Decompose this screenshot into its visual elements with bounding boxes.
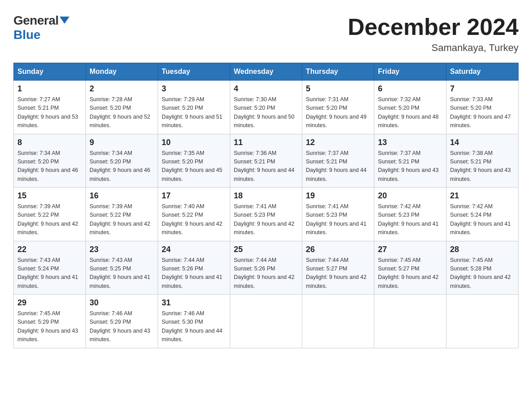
day-cell-8: 8Sunrise: 7:34 AMSunset: 5:20 PMDaylight… xyxy=(14,134,86,188)
day-info: Sunrise: 7:42 AMSunset: 5:24 PMDaylight:… xyxy=(450,202,515,237)
day-cell-27: 27Sunrise: 7:45 AMSunset: 5:27 PMDayligh… xyxy=(374,241,446,295)
day-cell-1: 1Sunrise: 7:27 AMSunset: 5:21 PMDaylight… xyxy=(14,81,86,134)
day-number: 12 xyxy=(306,138,370,147)
day-info: Sunrise: 7:39 AMSunset: 5:22 PMDaylight:… xyxy=(17,202,82,237)
week-row-3: 15Sunrise: 7:39 AMSunset: 5:22 PMDayligh… xyxy=(14,188,519,241)
day-number: 10 xyxy=(162,138,226,147)
day-cell-11: 11Sunrise: 7:36 AMSunset: 5:21 PMDayligh… xyxy=(230,134,302,188)
day-number: 23 xyxy=(90,245,154,254)
day-number: 3 xyxy=(162,84,226,94)
col-header-thursday: Thursday xyxy=(302,63,374,81)
day-info: Sunrise: 7:30 AMSunset: 5:20 PMDaylight:… xyxy=(234,95,298,130)
day-info: Sunrise: 7:41 AMSunset: 5:23 PMDaylight:… xyxy=(306,202,370,237)
day-info: Sunrise: 7:31 AMSunset: 5:20 PMDaylight:… xyxy=(306,95,370,130)
day-number: 9 xyxy=(90,138,154,147)
location-subtitle: Samankaya, Turkey xyxy=(348,42,519,54)
day-cell-25: 25Sunrise: 7:44 AMSunset: 5:26 PMDayligh… xyxy=(230,241,302,295)
title-area: December 2024 Samankaya, Turkey xyxy=(348,13,519,54)
logo-triangle-icon xyxy=(60,17,69,24)
day-number: 20 xyxy=(378,191,442,201)
day-number: 30 xyxy=(90,298,154,308)
day-number: 21 xyxy=(450,191,515,201)
day-info: Sunrise: 7:43 AMSunset: 5:24 PMDaylight:… xyxy=(17,256,82,291)
day-number: 13 xyxy=(378,138,442,147)
day-info: Sunrise: 7:37 AMSunset: 5:21 PMDaylight:… xyxy=(306,149,370,184)
day-info: Sunrise: 7:46 AMSunset: 5:29 PMDaylight:… xyxy=(90,309,154,344)
col-header-tuesday: Tuesday xyxy=(158,63,230,81)
day-cell-6: 6Sunrise: 7:32 AMSunset: 5:20 PMDaylight… xyxy=(374,81,446,134)
day-info: Sunrise: 7:32 AMSunset: 5:20 PMDaylight:… xyxy=(378,95,442,130)
day-info: Sunrise: 7:29 AMSunset: 5:20 PMDaylight:… xyxy=(162,95,226,130)
col-header-friday: Friday xyxy=(374,63,446,81)
empty-cell xyxy=(302,295,374,348)
week-row-2: 8Sunrise: 7:34 AMSunset: 5:20 PMDaylight… xyxy=(14,134,519,188)
day-number: 4 xyxy=(234,84,298,94)
day-number: 29 xyxy=(17,298,82,308)
day-number: 27 xyxy=(378,245,442,254)
col-header-saturday: Saturday xyxy=(446,63,519,81)
day-number: 19 xyxy=(306,191,370,201)
day-info: Sunrise: 7:38 AMSunset: 5:21 PMDaylight:… xyxy=(450,149,515,184)
day-number: 14 xyxy=(450,138,515,147)
day-cell-19: 19Sunrise: 7:41 AMSunset: 5:23 PMDayligh… xyxy=(302,188,374,241)
day-cell-10: 10Sunrise: 7:35 AMSunset: 5:20 PMDayligh… xyxy=(158,134,230,188)
day-info: Sunrise: 7:27 AMSunset: 5:21 PMDaylight:… xyxy=(17,95,82,130)
logo-blue-text: Blue xyxy=(13,28,41,42)
day-number: 22 xyxy=(17,245,82,254)
day-number: 17 xyxy=(162,191,226,201)
day-number: 18 xyxy=(234,191,298,201)
day-info: Sunrise: 7:33 AMSunset: 5:20 PMDaylight:… xyxy=(450,95,515,130)
day-cell-26: 26Sunrise: 7:44 AMSunset: 5:27 PMDayligh… xyxy=(302,241,374,295)
col-header-sunday: Sunday xyxy=(14,63,86,81)
week-row-1: 1Sunrise: 7:27 AMSunset: 5:21 PMDaylight… xyxy=(14,81,519,134)
day-cell-2: 2Sunrise: 7:28 AMSunset: 5:20 PMDaylight… xyxy=(86,81,158,134)
day-info: Sunrise: 7:45 AMSunset: 5:28 PMDaylight:… xyxy=(450,256,515,291)
page-header: General Blue December 2024 Samankaya, Tu… xyxy=(13,13,519,54)
day-cell-5: 5Sunrise: 7:31 AMSunset: 5:20 PMDaylight… xyxy=(302,81,374,134)
day-cell-30: 30Sunrise: 7:46 AMSunset: 5:29 PMDayligh… xyxy=(86,295,158,348)
day-number: 16 xyxy=(90,191,154,201)
svg-marker-0 xyxy=(60,17,69,24)
day-cell-20: 20Sunrise: 7:42 AMSunset: 5:23 PMDayligh… xyxy=(374,188,446,241)
empty-cell xyxy=(230,295,302,348)
day-cell-4: 4Sunrise: 7:30 AMSunset: 5:20 PMDaylight… xyxy=(230,81,302,134)
day-info: Sunrise: 7:34 AMSunset: 5:20 PMDaylight:… xyxy=(17,149,82,184)
day-info: Sunrise: 7:34 AMSunset: 5:20 PMDaylight:… xyxy=(90,149,154,184)
calendar-table: SundayMondayTuesdayWednesdayThursdayFrid… xyxy=(13,63,519,348)
month-title: December 2024 xyxy=(348,13,519,40)
day-info: Sunrise: 7:36 AMSunset: 5:21 PMDaylight:… xyxy=(234,149,298,184)
day-cell-23: 23Sunrise: 7:43 AMSunset: 5:25 PMDayligh… xyxy=(86,241,158,295)
calendar-header-row: SundayMondayTuesdayWednesdayThursdayFrid… xyxy=(14,63,519,81)
day-cell-22: 22Sunrise: 7:43 AMSunset: 5:24 PMDayligh… xyxy=(14,241,86,295)
day-number: 6 xyxy=(378,84,442,94)
day-cell-24: 24Sunrise: 7:44 AMSunset: 5:26 PMDayligh… xyxy=(158,241,230,295)
day-info: Sunrise: 7:28 AMSunset: 5:20 PMDaylight:… xyxy=(90,95,154,130)
day-info: Sunrise: 7:44 AMSunset: 5:27 PMDaylight:… xyxy=(306,256,370,291)
day-number: 11 xyxy=(234,138,298,147)
day-cell-29: 29Sunrise: 7:45 AMSunset: 5:29 PMDayligh… xyxy=(14,295,86,348)
day-cell-15: 15Sunrise: 7:39 AMSunset: 5:22 PMDayligh… xyxy=(14,188,86,241)
day-number: 5 xyxy=(306,84,370,94)
empty-cell xyxy=(446,295,519,348)
day-cell-18: 18Sunrise: 7:41 AMSunset: 5:23 PMDayligh… xyxy=(230,188,302,241)
day-info: Sunrise: 7:43 AMSunset: 5:25 PMDaylight:… xyxy=(90,256,154,291)
day-cell-13: 13Sunrise: 7:37 AMSunset: 5:21 PMDayligh… xyxy=(374,134,446,188)
week-row-4: 22Sunrise: 7:43 AMSunset: 5:24 PMDayligh… xyxy=(14,241,519,295)
day-number: 28 xyxy=(450,245,515,254)
day-number: 26 xyxy=(306,245,370,254)
day-cell-28: 28Sunrise: 7:45 AMSunset: 5:28 PMDayligh… xyxy=(446,241,519,295)
day-number: 25 xyxy=(234,245,298,254)
day-info: Sunrise: 7:37 AMSunset: 5:21 PMDaylight:… xyxy=(378,149,442,184)
day-info: Sunrise: 7:42 AMSunset: 5:23 PMDaylight:… xyxy=(378,202,442,237)
logo-general-text: General xyxy=(13,13,59,28)
day-number: 1 xyxy=(17,84,82,94)
day-cell-16: 16Sunrise: 7:39 AMSunset: 5:22 PMDayligh… xyxy=(86,188,158,241)
day-cell-9: 9Sunrise: 7:34 AMSunset: 5:20 PMDaylight… xyxy=(86,134,158,188)
week-row-5: 29Sunrise: 7:45 AMSunset: 5:29 PMDayligh… xyxy=(14,295,519,348)
empty-cell xyxy=(374,295,446,348)
day-info: Sunrise: 7:35 AMSunset: 5:20 PMDaylight:… xyxy=(162,149,226,184)
col-header-wednesday: Wednesday xyxy=(230,63,302,81)
day-info: Sunrise: 7:45 AMSunset: 5:29 PMDaylight:… xyxy=(17,309,82,344)
day-number: 24 xyxy=(162,245,226,254)
day-cell-7: 7Sunrise: 7:33 AMSunset: 5:20 PMDaylight… xyxy=(446,81,519,134)
